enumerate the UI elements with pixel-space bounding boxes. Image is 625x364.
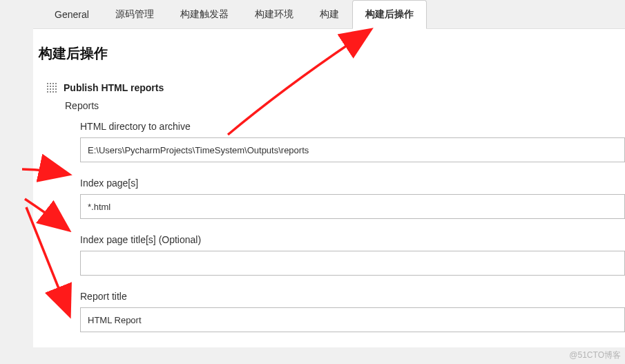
index-pages-input[interactable] (80, 194, 625, 219)
tab-bar: General 源码管理 构建触发器 构建环境 构建 构建后操作 (33, 0, 625, 29)
tab-build[interactable]: 构建 (307, 0, 352, 28)
tab-general[interactable]: General (41, 0, 102, 28)
section-title: 构建后操作 (33, 44, 625, 75)
tab-label: General (55, 9, 89, 20)
field-label: HTML directory to archive (80, 121, 625, 137)
tab-triggers[interactable]: 构建触发器 (167, 0, 242, 28)
reports-label: Reports (41, 97, 625, 121)
tab-post-build[interactable]: 构建后操作 (352, 0, 427, 29)
drag-handle-icon[interactable] (47, 83, 57, 93)
field-html-dir: HTML directory to archive (41, 121, 625, 178)
content-area: 构建后操作 Publish HTML reports Reports HTML … (33, 29, 625, 347)
tab-label: 源码管理 (115, 8, 154, 21)
field-label: Index page title[s] (Optional) (80, 234, 625, 251)
field-report-title: Report title (41, 291, 625, 347)
tab-label: 构建后操作 (365, 8, 414, 21)
tab-label: 构建 (320, 8, 339, 21)
field-index-titles: Index page title[s] (Optional) (41, 234, 625, 291)
field-label: Report title (80, 291, 625, 307)
report-title-input[interactable] (80, 307, 625, 332)
field-label: Index page[s] (80, 178, 625, 194)
config-page: General 源码管理 构建触发器 构建环境 构建 构建后操作 构建后操作 P… (33, 0, 625, 364)
field-index-pages: Index page[s] (41, 178, 625, 234)
step-header: Publish HTML reports (41, 79, 625, 97)
step-title: Publish HTML reports (64, 82, 164, 93)
tab-scm[interactable]: 源码管理 (102, 0, 167, 28)
index-titles-input[interactable] (80, 251, 625, 276)
tab-label: 构建环境 (255, 8, 294, 21)
html-dir-input[interactable] (80, 137, 625, 162)
publish-html-step: Publish HTML reports Reports HTML direct… (41, 75, 625, 347)
tab-environment[interactable]: 构建环境 (242, 0, 307, 28)
tab-label: 构建触发器 (180, 8, 229, 21)
